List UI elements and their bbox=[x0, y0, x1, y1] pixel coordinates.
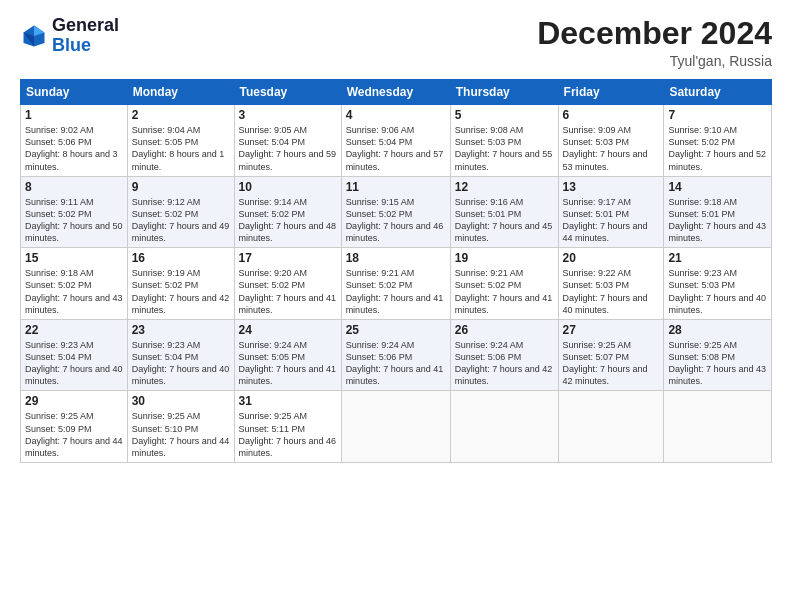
calendar-cell: 24 Sunrise: 9:24 AMSunset: 5:05 PMDaylig… bbox=[234, 319, 341, 391]
day-info: Sunrise: 9:19 AMSunset: 5:02 PMDaylight:… bbox=[132, 267, 230, 316]
day-number: 18 bbox=[346, 251, 446, 265]
calendar-header-saturday: Saturday bbox=[664, 80, 772, 105]
day-info: Sunrise: 9:04 AMSunset: 5:05 PMDaylight:… bbox=[132, 124, 230, 173]
calendar-cell: 3 Sunrise: 9:05 AMSunset: 5:04 PMDayligh… bbox=[234, 105, 341, 177]
location: Tyul'gan, Russia bbox=[537, 53, 772, 69]
day-number: 5 bbox=[455, 108, 554, 122]
calendar-cell: 11 Sunrise: 9:15 AMSunset: 5:02 PMDaylig… bbox=[341, 176, 450, 248]
calendar-cell: 19 Sunrise: 9:21 AMSunset: 5:02 PMDaylig… bbox=[450, 248, 558, 320]
day-number: 9 bbox=[132, 180, 230, 194]
day-info: Sunrise: 9:11 AMSunset: 5:02 PMDaylight:… bbox=[25, 196, 123, 245]
calendar-cell: 31 Sunrise: 9:25 AMSunset: 5:11 PMDaylig… bbox=[234, 391, 341, 463]
calendar-week-row: 8 Sunrise: 9:11 AMSunset: 5:02 PMDayligh… bbox=[21, 176, 772, 248]
calendar-header-sunday: Sunday bbox=[21, 80, 128, 105]
calendar-cell: 13 Sunrise: 9:17 AMSunset: 5:01 PMDaylig… bbox=[558, 176, 664, 248]
day-info: Sunrise: 9:23 AMSunset: 5:04 PMDaylight:… bbox=[132, 339, 230, 388]
day-number: 27 bbox=[563, 323, 660, 337]
calendar-cell: 17 Sunrise: 9:20 AMSunset: 5:02 PMDaylig… bbox=[234, 248, 341, 320]
day-number: 31 bbox=[239, 394, 337, 408]
day-info: Sunrise: 9:18 AMSunset: 5:01 PMDaylight:… bbox=[668, 196, 767, 245]
day-number: 16 bbox=[132, 251, 230, 265]
day-number: 30 bbox=[132, 394, 230, 408]
calendar-week-row: 1 Sunrise: 9:02 AMSunset: 5:06 PMDayligh… bbox=[21, 105, 772, 177]
calendar-cell: 16 Sunrise: 9:19 AMSunset: 5:02 PMDaylig… bbox=[127, 248, 234, 320]
day-number: 10 bbox=[239, 180, 337, 194]
calendar-header-row: SundayMondayTuesdayWednesdayThursdayFrid… bbox=[21, 80, 772, 105]
day-number: 12 bbox=[455, 180, 554, 194]
day-number: 28 bbox=[668, 323, 767, 337]
calendar-cell: 15 Sunrise: 9:18 AMSunset: 5:02 PMDaylig… bbox=[21, 248, 128, 320]
day-info: Sunrise: 9:18 AMSunset: 5:02 PMDaylight:… bbox=[25, 267, 123, 316]
day-number: 14 bbox=[668, 180, 767, 194]
day-info: Sunrise: 9:24 AMSunset: 5:06 PMDaylight:… bbox=[346, 339, 446, 388]
day-info: Sunrise: 9:21 AMSunset: 5:02 PMDaylight:… bbox=[455, 267, 554, 316]
calendar-cell: 12 Sunrise: 9:16 AMSunset: 5:01 PMDaylig… bbox=[450, 176, 558, 248]
calendar-cell: 1 Sunrise: 9:02 AMSunset: 5:06 PMDayligh… bbox=[21, 105, 128, 177]
day-number: 8 bbox=[25, 180, 123, 194]
calendar-week-row: 29 Sunrise: 9:25 AMSunset: 5:09 PMDaylig… bbox=[21, 391, 772, 463]
calendar-cell: 18 Sunrise: 9:21 AMSunset: 5:02 PMDaylig… bbox=[341, 248, 450, 320]
day-number: 6 bbox=[563, 108, 660, 122]
day-info: Sunrise: 9:22 AMSunset: 5:03 PMDaylight:… bbox=[563, 267, 660, 316]
day-number: 7 bbox=[668, 108, 767, 122]
day-info: Sunrise: 9:25 AMSunset: 5:11 PMDaylight:… bbox=[239, 410, 337, 459]
calendar-week-row: 22 Sunrise: 9:23 AMSunset: 5:04 PMDaylig… bbox=[21, 319, 772, 391]
calendar-header-thursday: Thursday bbox=[450, 80, 558, 105]
day-number: 20 bbox=[563, 251, 660, 265]
header: General Blue December 2024 Tyul'gan, Rus… bbox=[20, 16, 772, 69]
day-info: Sunrise: 9:23 AMSunset: 5:03 PMDaylight:… bbox=[668, 267, 767, 316]
day-number: 21 bbox=[668, 251, 767, 265]
title-block: December 2024 Tyul'gan, Russia bbox=[537, 16, 772, 69]
logo-text-general: General bbox=[52, 16, 119, 36]
logo-text-blue: Blue bbox=[52, 36, 119, 56]
calendar-cell bbox=[558, 391, 664, 463]
calendar-header-wednesday: Wednesday bbox=[341, 80, 450, 105]
calendar-cell bbox=[450, 391, 558, 463]
calendar-cell: 29 Sunrise: 9:25 AMSunset: 5:09 PMDaylig… bbox=[21, 391, 128, 463]
day-number: 4 bbox=[346, 108, 446, 122]
day-number: 22 bbox=[25, 323, 123, 337]
day-info: Sunrise: 9:14 AMSunset: 5:02 PMDaylight:… bbox=[239, 196, 337, 245]
logo: General Blue bbox=[20, 16, 119, 56]
calendar-cell: 9 Sunrise: 9:12 AMSunset: 5:02 PMDayligh… bbox=[127, 176, 234, 248]
day-number: 29 bbox=[25, 394, 123, 408]
day-number: 13 bbox=[563, 180, 660, 194]
day-info: Sunrise: 9:10 AMSunset: 5:02 PMDaylight:… bbox=[668, 124, 767, 173]
day-info: Sunrise: 9:20 AMSunset: 5:02 PMDaylight:… bbox=[239, 267, 337, 316]
month-title: December 2024 bbox=[537, 16, 772, 51]
calendar-cell: 10 Sunrise: 9:14 AMSunset: 5:02 PMDaylig… bbox=[234, 176, 341, 248]
day-info: Sunrise: 9:15 AMSunset: 5:02 PMDaylight:… bbox=[346, 196, 446, 245]
calendar-cell bbox=[341, 391, 450, 463]
calendar-cell: 14 Sunrise: 9:18 AMSunset: 5:01 PMDaylig… bbox=[664, 176, 772, 248]
day-info: Sunrise: 9:12 AMSunset: 5:02 PMDaylight:… bbox=[132, 196, 230, 245]
day-info: Sunrise: 9:05 AMSunset: 5:04 PMDaylight:… bbox=[239, 124, 337, 173]
day-info: Sunrise: 9:25 AMSunset: 5:07 PMDaylight:… bbox=[563, 339, 660, 388]
day-number: 1 bbox=[25, 108, 123, 122]
day-number: 25 bbox=[346, 323, 446, 337]
day-info: Sunrise: 9:06 AMSunset: 5:04 PMDaylight:… bbox=[346, 124, 446, 173]
calendar-cell: 26 Sunrise: 9:24 AMSunset: 5:06 PMDaylig… bbox=[450, 319, 558, 391]
day-number: 2 bbox=[132, 108, 230, 122]
calendar-header-friday: Friday bbox=[558, 80, 664, 105]
calendar-cell: 27 Sunrise: 9:25 AMSunset: 5:07 PMDaylig… bbox=[558, 319, 664, 391]
logo-icon bbox=[20, 22, 48, 50]
calendar-cell: 25 Sunrise: 9:24 AMSunset: 5:06 PMDaylig… bbox=[341, 319, 450, 391]
calendar-cell: 4 Sunrise: 9:06 AMSunset: 5:04 PMDayligh… bbox=[341, 105, 450, 177]
day-number: 24 bbox=[239, 323, 337, 337]
calendar-cell: 23 Sunrise: 9:23 AMSunset: 5:04 PMDaylig… bbox=[127, 319, 234, 391]
calendar-cell: 8 Sunrise: 9:11 AMSunset: 5:02 PMDayligh… bbox=[21, 176, 128, 248]
calendar-cell: 28 Sunrise: 9:25 AMSunset: 5:08 PMDaylig… bbox=[664, 319, 772, 391]
calendar-cell: 21 Sunrise: 9:23 AMSunset: 5:03 PMDaylig… bbox=[664, 248, 772, 320]
day-info: Sunrise: 9:25 AMSunset: 5:09 PMDaylight:… bbox=[25, 410, 123, 459]
calendar-cell: 7 Sunrise: 9:10 AMSunset: 5:02 PMDayligh… bbox=[664, 105, 772, 177]
day-number: 15 bbox=[25, 251, 123, 265]
calendar-cell: 22 Sunrise: 9:23 AMSunset: 5:04 PMDaylig… bbox=[21, 319, 128, 391]
day-info: Sunrise: 9:16 AMSunset: 5:01 PMDaylight:… bbox=[455, 196, 554, 245]
calendar-table: SundayMondayTuesdayWednesdayThursdayFrid… bbox=[20, 79, 772, 463]
calendar-header-monday: Monday bbox=[127, 80, 234, 105]
calendar-week-row: 15 Sunrise: 9:18 AMSunset: 5:02 PMDaylig… bbox=[21, 248, 772, 320]
day-number: 23 bbox=[132, 323, 230, 337]
day-info: Sunrise: 9:21 AMSunset: 5:02 PMDaylight:… bbox=[346, 267, 446, 316]
day-info: Sunrise: 9:24 AMSunset: 5:06 PMDaylight:… bbox=[455, 339, 554, 388]
calendar-cell: 6 Sunrise: 9:09 AMSunset: 5:03 PMDayligh… bbox=[558, 105, 664, 177]
